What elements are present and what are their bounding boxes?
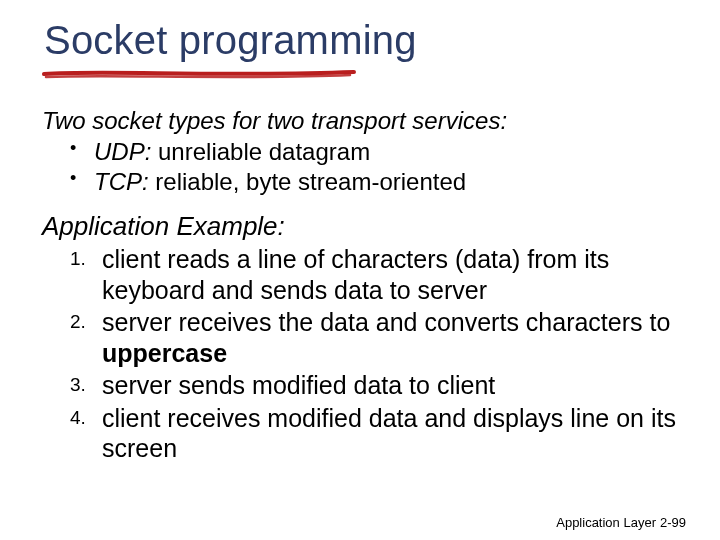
bullet-label: TCP: [94,168,149,195]
example-heading: Application Example: [42,211,678,242]
title-underline [42,67,362,81]
step-3: server sends modified data to client [70,370,678,401]
step-text: server sends modified data to client [102,371,495,399]
step-1: client reads a line of characters (data)… [70,244,678,305]
step-text: client reads a line of characters (data)… [102,245,609,304]
bullet-udp: UDP: unreliable datagram [66,137,678,167]
step-4: client receives modified data and displa… [70,403,678,464]
slide: Socket programming Two socket types for … [0,0,720,540]
bullet-label: UDP: [94,138,151,165]
bullet-text: reliable, byte stream-oriented [149,168,466,195]
example-steps: client reads a line of characters (data)… [70,244,678,464]
slide-footer: Application Layer2-99 [556,515,686,530]
footer-section: Application Layer [556,515,656,530]
bullet-text: unreliable datagram [151,138,370,165]
intro-line: Two socket types for two transport servi… [42,107,678,135]
footer-page: 2-99 [660,515,686,530]
step-2: server receives the data and converts ch… [70,307,678,368]
slide-title: Socket programming [44,18,678,63]
bullet-tcp: TCP: reliable, byte stream-oriented [66,167,678,197]
step-bold: uppercase [102,339,227,367]
step-text: server receives the data and converts ch… [102,308,670,336]
step-text: client receives modified data and displa… [102,404,676,463]
transport-bullets: UDP: unreliable datagram TCP: reliable, … [66,137,678,197]
